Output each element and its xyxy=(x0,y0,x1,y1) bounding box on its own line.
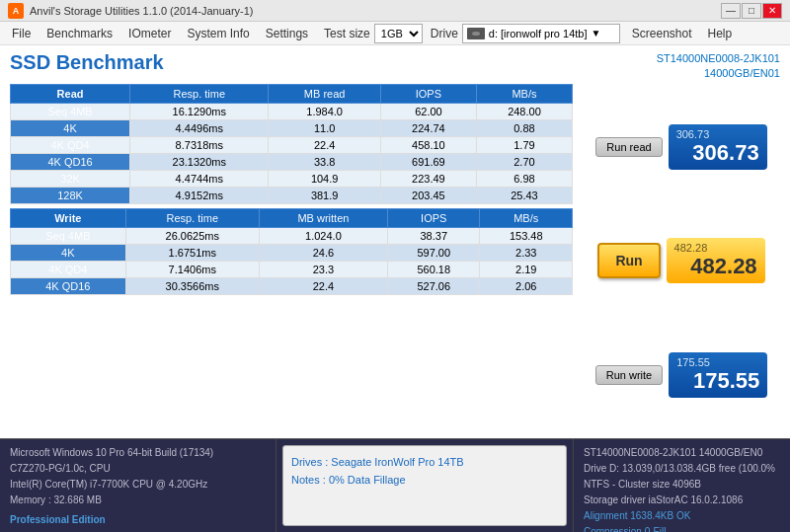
write-cell-0-2: 1.024.0 xyxy=(259,227,387,244)
read-cell-0-1: 16.1290ms xyxy=(130,103,269,119)
test-size-section: Test size 1GB 4GB xyxy=(324,24,423,43)
maximize-button[interactable]: □ xyxy=(742,3,761,19)
read-score-container: Run read 306.73 306.73 xyxy=(595,124,766,170)
bottom-area: Microsoft Windows 10 Pro 64-bit Build (1… xyxy=(0,438,790,532)
drive-notes-line1: Drives : Seagate IronWolf Pro 14TB xyxy=(291,454,558,472)
write-score-small: 175.55 xyxy=(676,356,759,368)
read-cell-5-3: 203.45 xyxy=(380,187,476,203)
read-cell-4-3: 223.49 xyxy=(380,170,476,187)
write-cell-3-1: 30.3566ms xyxy=(125,277,259,294)
write-cell-1-3: 597.00 xyxy=(388,244,480,261)
main-content: SSD Benchmark ST14000NE0008-2JK101 14000… xyxy=(0,45,790,532)
read-cell-0-3: 62.00 xyxy=(380,103,476,119)
read-score-card: 306.73 306.73 xyxy=(669,124,767,170)
read-cell-0-4: 248.00 xyxy=(476,103,572,119)
write-cell-3-2: 22.4 xyxy=(259,277,387,294)
ssd-header: SSD Benchmark ST14000NE0008-2JK101 14000… xyxy=(0,45,790,84)
run-write-button[interactable]: Run write xyxy=(595,365,663,385)
write-table-row: 4K QD47.1406ms23.3560.182.19 xyxy=(11,261,573,277)
read-cell-3-3: 691.69 xyxy=(380,153,476,170)
read-mbread-header: MB read xyxy=(269,84,381,103)
write-cell-3-4: 2.06 xyxy=(480,277,573,294)
read-score-small: 306.73 xyxy=(676,128,759,140)
read-table-row: Seq 4MB16.1290ms1.984.062.00248.00 xyxy=(11,103,573,119)
read-iops-header: IOPS xyxy=(380,84,476,103)
read-cell-1-0: 4K xyxy=(11,119,130,136)
drive-label: Drive xyxy=(431,27,458,40)
write-cell-1-1: 1.6751ms xyxy=(125,244,259,261)
menu-iometer[interactable]: IOmeter xyxy=(120,25,179,42)
write-iops-header: IOPS xyxy=(388,208,480,227)
drive-select-box[interactable]: d: [ironwolf pro 14tb] ▼ xyxy=(462,24,620,43)
menu-settings[interactable]: Settings xyxy=(258,25,316,42)
write-cell-2-4: 2.19 xyxy=(480,261,573,277)
drive-details-panel: ST14000NE0008-2JK101 14000GB/EN0 Drive D… xyxy=(573,439,790,532)
write-cell-2-2: 23.3 xyxy=(259,261,387,277)
read-cell-5-1: 4.9152ms xyxy=(130,187,269,203)
drive-dropdown-arrow: ▼ xyxy=(591,28,600,38)
dd-line5: Alignment 1638.4KB OK xyxy=(584,508,780,524)
total-score-big: 482.28 xyxy=(674,254,757,279)
read-score-big: 306.73 xyxy=(676,140,759,166)
menu-file[interactable]: File xyxy=(4,25,39,42)
close-button[interactable]: ✕ xyxy=(762,3,782,19)
menu-screenshot[interactable]: Screenshot xyxy=(624,25,700,42)
write-resptime-header: Resp. time xyxy=(125,208,259,227)
write-cell-2-3: 560.18 xyxy=(388,261,480,277)
read-cell-4-2: 104.9 xyxy=(269,170,381,187)
read-cell-2-4: 1.79 xyxy=(476,136,572,153)
run-button[interactable]: Run xyxy=(597,243,660,278)
read-cell-3-1: 23.1320ms xyxy=(130,153,269,170)
read-table-row: 128K4.9152ms381.9203.4525.43 xyxy=(11,187,573,203)
read-cell-5-4: 25.43 xyxy=(476,187,572,203)
menu-benchmarks[interactable]: Benchmarks xyxy=(39,25,120,42)
read-cell-2-0: 4K QD4 xyxy=(11,136,130,153)
write-mbwritten-header: MB written xyxy=(259,208,387,227)
write-table-row: 4K1.6751ms24.6597.002.33 xyxy=(11,244,573,261)
write-table-row: 4K QD1630.3566ms22.4527.062.06 xyxy=(11,277,573,294)
write-cell-2-1: 7.1406ms xyxy=(125,261,259,277)
title-bar: A Anvil's Storage Utilities 1.1.0 (2014-… xyxy=(0,0,790,22)
right-panel: Run read 306.73 306.73 Run 482.28 482.28… xyxy=(583,84,780,438)
read-table-row: 4K QD1623.1320ms33.8691.692.70 xyxy=(11,153,573,170)
read-table: Read Resp. time MB read IOPS MB/s Seq 4M… xyxy=(10,84,573,204)
read-cell-2-2: 22.4 xyxy=(269,136,381,153)
menu-help[interactable]: Help xyxy=(700,25,741,42)
minimize-button[interactable]: — xyxy=(721,3,741,19)
drive-model-info: ST14000NE0008-2JK101 14000GB/EN01 xyxy=(657,51,780,82)
read-cell-0-2: 1.984.0 xyxy=(269,103,381,119)
app-icon: A xyxy=(8,3,24,19)
test-size-select[interactable]: 1GB 4GB xyxy=(374,24,423,43)
drive-notes-line2: Notes : 0% Data Fillage xyxy=(291,472,558,490)
read-cell-1-1: 4.4496ms xyxy=(130,119,269,136)
write-cell-0-1: 26.0625ms xyxy=(125,227,259,244)
total-score-small: 482.28 xyxy=(674,242,757,254)
dd-line6: Compression 0-Fill xyxy=(584,524,780,532)
sys-line3: Intel(R) Core(TM) i7-7700K CPU @ 4.20GHz xyxy=(10,477,266,493)
dd-line4: Storage driver iaStorAC 16.0.2.1086 xyxy=(584,493,780,508)
write-cell-3-3: 527.06 xyxy=(388,277,480,294)
write-cell-0-0: Seq 4MB xyxy=(11,227,126,244)
window-controls[interactable]: — □ ✕ xyxy=(721,3,782,19)
drive-value: d: [ironwolf pro 14tb] xyxy=(489,28,588,39)
read-cell-0-0: Seq 4MB xyxy=(11,103,130,119)
read-cell-2-1: 8.7318ms xyxy=(130,136,269,153)
read-cell-1-4: 0.88 xyxy=(476,119,572,136)
window-title: Anvil's Storage Utilities 1.1.0 (2014-Ja… xyxy=(30,5,253,17)
dd-line2: Drive D: 13.039,0/13.038.4GB free (100.0… xyxy=(584,461,780,477)
drive-capacity: 14000GB/EN01 xyxy=(657,66,780,81)
read-cell-5-0: 128K xyxy=(11,187,130,203)
write-cell-0-4: 153.48 xyxy=(480,227,573,244)
write-col-header: Write xyxy=(11,208,126,227)
drive-model: ST14000NE0008-2JK101 xyxy=(657,51,780,66)
write-score-big: 175.55 xyxy=(676,368,759,394)
sys-line1: Microsoft Windows 10 Pro 64-bit Build (1… xyxy=(10,445,266,461)
menu-sysinfo[interactable]: System Info xyxy=(179,25,257,42)
read-cell-5-2: 381.9 xyxy=(269,187,381,203)
ssd-benchmark-title: SSD Benchmark xyxy=(10,51,164,74)
write-cell-1-0: 4K xyxy=(11,244,126,261)
read-cell-3-2: 33.8 xyxy=(269,153,381,170)
run-read-button[interactable]: Run read xyxy=(595,137,662,157)
hdd-icon xyxy=(467,28,485,39)
write-cell-1-2: 24.6 xyxy=(259,244,387,261)
